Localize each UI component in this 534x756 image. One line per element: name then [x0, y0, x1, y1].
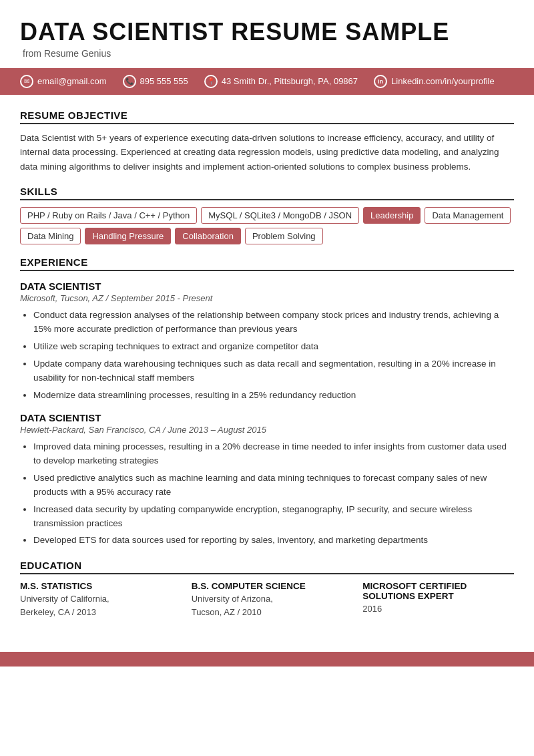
- linkedin-icon: in: [374, 75, 387, 88]
- edu-item: B.S. COMPUTER SCIENCEUniversity of Arizo…: [192, 581, 343, 618]
- job-bullets: Improved data mining processes, resultin…: [20, 440, 514, 548]
- skill-tag: Collaboration: [175, 228, 241, 244]
- skill-tag: Data Management: [425, 207, 511, 224]
- skill-tag: MySQL / SQLite3 / MongoDB / JSON: [201, 207, 359, 224]
- contact-email: ✉ email@gmail.com: [20, 75, 107, 88]
- skill-tag: PHP / Ruby on Rails / Java / C++ / Pytho…: [20, 207, 197, 224]
- skills-container: PHP / Ruby on Rails / Java / C++ / Pytho…: [20, 207, 514, 244]
- location-icon: 📍: [204, 75, 218, 88]
- main-content: RESUME OBJECTIVE Data Scientist with 5+ …: [0, 95, 534, 632]
- bullet-item: Developed ETS for data sources used for …: [33, 534, 514, 548]
- job-title: DATA SCIENTIST: [20, 280, 514, 292]
- edu-degree: B.S. COMPUTER SCIENCE: [192, 581, 343, 591]
- bullet-item: Increased data security by updating comp…: [33, 503, 514, 531]
- bullet-item: Improved data mining processes, resultin…: [33, 440, 514, 468]
- job-entry: DATA SCIENTISTMicrosoft, Tucson, AZ / Se…: [20, 280, 514, 403]
- objective-section-title: RESUME OBJECTIVE: [20, 110, 514, 124]
- education-section-title: EDUCATION: [20, 560, 514, 574]
- job-title: DATA SCIENTIST: [20, 412, 514, 423]
- phone-icon: 📞: [123, 75, 136, 88]
- email-text: email@gmail.com: [37, 76, 107, 86]
- edu-degree: M.S. STATISTICS: [20, 581, 172, 591]
- job-bullets: Conduct data regression analyses of the …: [20, 309, 514, 403]
- skill-tag: Data Mining: [20, 228, 81, 244]
- bullet-item: Update company data warehousing techniqu…: [33, 357, 514, 385]
- edu-detail: 2016: [362, 602, 514, 616]
- skills-section-title: SKILLS: [20, 186, 514, 200]
- skill-tag: Handling Pressure: [85, 228, 171, 244]
- bullet-item: Modernize data streamlining processes, r…: [33, 389, 514, 403]
- edu-item: M.S. STATISTICSUniversity of California,…: [20, 581, 172, 618]
- page-title: DATA SCIENTIST RESUME SAMPLE: [20, 19, 514, 45]
- skill-tag: Problem Solving: [245, 228, 323, 244]
- edu-detail: University of Arizona, Tucson, AZ / 2010: [192, 592, 343, 618]
- job-meta: Hewlett-Packard, San Francisco, CA / Jun…: [20, 425, 514, 435]
- bullet-item: Utilize web scraping techniques to extra…: [33, 340, 514, 354]
- bullet-item: Conduct data regression analyses of the …: [33, 309, 514, 337]
- education-grid: M.S. STATISTICSUniversity of California,…: [20, 581, 514, 618]
- edu-degree: MICROSOFT CERTIFIED SOLUTIONS EXPERT: [362, 581, 514, 601]
- contact-phone: 📞 895 555 555: [123, 75, 188, 88]
- linkedin-text: Linkedin.com/in/yourprofile: [391, 76, 495, 86]
- footer-bar: [0, 652, 534, 667]
- address-text: 43 Smith Dr., Pittsburgh, PA, 09867: [222, 76, 358, 86]
- page-header: DATA SCIENTIST RESUME SAMPLE from Resume…: [0, 0, 534, 68]
- edu-item: MICROSOFT CERTIFIED SOLUTIONS EXPERT2016: [362, 581, 514, 618]
- page-subtitle: from Resume Genius: [23, 48, 514, 59]
- email-icon: ✉: [20, 75, 33, 88]
- job-entry: DATA SCIENTISTHewlett-Packard, San Franc…: [20, 412, 514, 548]
- objective-text: Data Scientist with 5+ years of experien…: [20, 131, 514, 174]
- contact-address: 📍 43 Smith Dr., Pittsburgh, PA, 09867: [204, 75, 358, 88]
- bullet-item: Used predictive analytics such as machin…: [33, 471, 514, 500]
- experience-section-title: EXPERIENCE: [20, 256, 514, 271]
- edu-detail: University of California, Berkeley, CA /…: [20, 592, 172, 618]
- job-meta: Microsoft, Tucson, AZ / September 2015 -…: [20, 293, 514, 303]
- jobs-container: DATA SCIENTISTMicrosoft, Tucson, AZ / Se…: [20, 280, 514, 548]
- phone-text: 895 555 555: [140, 76, 188, 86]
- skill-tag: Leadership: [363, 207, 421, 224]
- contact-bar: ✉ email@gmail.com 📞 895 555 555 📍 43 Smi…: [0, 68, 534, 95]
- contact-linkedin: in Linkedin.com/in/yourprofile: [374, 75, 495, 88]
